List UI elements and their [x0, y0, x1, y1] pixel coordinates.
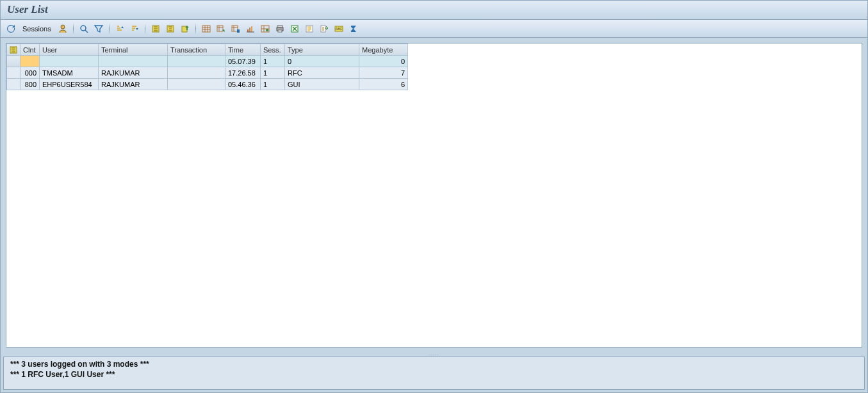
svg-line-2 — [85, 30, 88, 33]
svg-rect-10 — [247, 29, 249, 32]
cell-clnt[interactable]: 000 — [20, 67, 40, 79]
abc-icon[interactable]: ABC — [332, 22, 345, 35]
sessions-button[interactable]: Sessions — [19, 25, 54, 33]
toolbar-separator — [109, 23, 110, 35]
cell-terminal[interactable]: RAJKUMAR — [99, 67, 168, 79]
svg-point-1 — [81, 26, 86, 31]
toolbar-separator — [195, 23, 196, 35]
cell-sess[interactable]: 1 — [261, 79, 285, 90]
select-all-header[interactable] — [7, 44, 20, 56]
col-user[interactable]: User — [40, 44, 99, 56]
refresh-icon[interactable] — [4, 22, 17, 35]
cell-time[interactable]: 05.07.39 — [225, 56, 261, 67]
save-layout-icon[interactable] — [229, 22, 242, 35]
svg-rect-18 — [278, 30, 282, 32]
svg-rect-9 — [237, 29, 240, 33]
cell-user[interactable]: EHP6USER584 — [40, 79, 99, 90]
graphic-icon[interactable] — [244, 22, 257, 35]
col-clnt[interactable]: Clnt — [20, 44, 40, 56]
status-line-1: *** 3 users logged on with 3 modes *** — [10, 360, 858, 370]
cell-sess[interactable]: 1 — [261, 56, 285, 67]
toolbar-separator — [145, 23, 145, 35]
print-icon[interactable] — [274, 22, 286, 35]
sort-asc-icon[interactable] — [113, 22, 126, 35]
status-line-2: *** 1 RFC User,1 GUI User *** — [10, 370, 858, 380]
col-time[interactable]: Time — [225, 44, 261, 56]
cell-clnt[interactable] — [20, 56, 40, 67]
col-sess[interactable]: Sess. — [261, 44, 285, 56]
cell-transaction[interactable] — [168, 67, 225, 79]
svg-rect-8 — [232, 26, 238, 31]
cell-sess[interactable]: 1 — [261, 67, 285, 79]
app-window: User List Sessions — [0, 0, 868, 393]
table-row[interactable]: 05.07.39100 — [7, 56, 408, 67]
cell-transaction[interactable] — [168, 56, 225, 67]
toolbar: Sessions — [1, 20, 867, 38]
svg-text:ABC: ABC — [336, 27, 343, 31]
cell-user[interactable]: TMSADM — [40, 67, 99, 79]
cell-terminal[interactable] — [99, 56, 168, 67]
row-selector[interactable] — [7, 67, 20, 79]
excel-icon[interactable] — [288, 22, 301, 35]
table-header-row: Clnt User Terminal Transaction Time Sess… — [7, 44, 408, 56]
col-terminal[interactable]: Terminal — [99, 44, 168, 56]
filter-icon[interactable] — [92, 22, 105, 35]
col-type[interactable]: Type — [285, 44, 359, 56]
svg-rect-7 — [217, 26, 223, 31]
svg-rect-6 — [202, 26, 210, 32]
sort-desc-icon[interactable] — [128, 22, 141, 35]
cell-terminal[interactable]: RAJKUMAR — [99, 79, 168, 90]
cell-user[interactable] — [40, 56, 99, 67]
svg-rect-11 — [249, 28, 250, 32]
cell-type[interactable]: RFC — [285, 67, 359, 79]
cell-clnt[interactable]: 800 — [20, 79, 40, 90]
table-row[interactable]: 000TMSADMRAJKUMAR17.26.581RFC7 — [7, 67, 408, 79]
content-area: Clnt User Terminal Transaction Time Sess… — [1, 38, 867, 353]
table-row[interactable]: 800EHP6USER584RAJKUMAR05.46.361GUI6 — [7, 79, 408, 90]
user-icon[interactable] — [56, 22, 69, 35]
export-icon[interactable] — [179, 22, 192, 35]
layout-icon[interactable] — [200, 22, 213, 35]
subtotal-icon[interactable] — [164, 22, 177, 35]
status-panel: *** 3 users logged on with 3 modes *** *… — [3, 357, 865, 390]
select-layout-icon[interactable] — [215, 22, 227, 35]
toolbar-separator — [73, 23, 74, 35]
change-layout-icon[interactable] — [259, 22, 272, 35]
row-selector[interactable] — [7, 79, 20, 90]
user-grid-container: Clnt User Terminal Transaction Time Sess… — [6, 43, 862, 348]
cell-mb[interactable]: 0 — [359, 56, 408, 67]
sum-icon[interactable] — [347, 22, 360, 35]
cell-transaction[interactable] — [168, 79, 225, 90]
total-icon[interactable] — [149, 22, 162, 35]
svg-point-0 — [61, 25, 65, 29]
cell-time[interactable]: 05.46.36 — [225, 79, 261, 90]
cell-type[interactable]: GUI — [285, 79, 359, 90]
user-table[interactable]: Clnt User Terminal Transaction Time Sess… — [6, 44, 408, 90]
cell-mb[interactable]: 6 — [359, 79, 408, 90]
svg-rect-12 — [251, 26, 252, 32]
details-icon[interactable] — [78, 22, 90, 35]
row-selector[interactable] — [7, 56, 20, 67]
col-transaction[interactable]: Transaction — [168, 44, 225, 56]
local-file-icon[interactable] — [318, 22, 331, 35]
cell-type[interactable]: 0 — [285, 56, 359, 67]
cell-mb[interactable]: 7 — [359, 67, 408, 79]
page-title: User List — [1, 1, 867, 20]
svg-point-15 — [266, 29, 268, 31]
cell-time[interactable]: 17.26.58 — [225, 67, 261, 79]
word-icon[interactable] — [303, 22, 316, 35]
col-mb[interactable]: Megabyte — [359, 44, 408, 56]
